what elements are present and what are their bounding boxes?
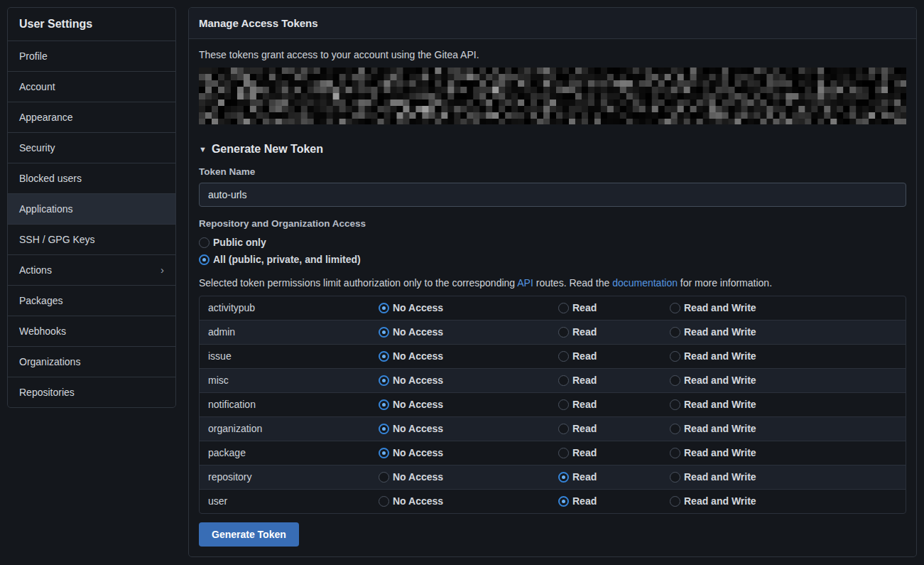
radio-unselected-icon xyxy=(558,327,569,338)
radio-unselected-icon xyxy=(558,351,569,362)
sidebar-item-organizations[interactable]: Organizations xyxy=(8,346,175,377)
scope-cell: No Access xyxy=(379,470,558,484)
radio-user-read-and-write[interactable]: Read and Write xyxy=(670,495,906,508)
sidebar-item-webhooks[interactable]: Webhooks xyxy=(8,316,175,346)
radio-label: Read and Write xyxy=(684,446,756,460)
radio-user-no-access[interactable]: No Access xyxy=(379,495,558,508)
radio-unselected-icon xyxy=(558,375,569,386)
sidebar-item-repositories[interactable]: Repositories xyxy=(8,377,175,407)
radio-label: No Access xyxy=(393,495,443,508)
radio-selected-icon xyxy=(379,375,389,386)
radio-label: Read xyxy=(572,398,597,411)
sidebar-item-packages[interactable]: Packages xyxy=(8,285,175,316)
sidebar-item-blocked-users[interactable]: Blocked users xyxy=(8,163,175,193)
panel-body: These tokens grant access to your accoun… xyxy=(189,48,916,556)
scope-name: repository xyxy=(200,470,379,484)
radio-selected-icon xyxy=(379,303,389,313)
radio-unselected-icon xyxy=(558,424,569,434)
radio-notification-read-and-write[interactable]: Read and Write xyxy=(670,398,906,411)
scope-cell: Read xyxy=(558,374,670,387)
sidebar-item-security[interactable]: Security xyxy=(8,132,175,163)
scope-cell: Read and Write xyxy=(670,350,906,363)
scope-row-activitypub: activitypubNo AccessReadRead and Write xyxy=(200,296,906,320)
user-settings-sidebar: User Settings ProfileAccountAppearanceSe… xyxy=(7,7,176,408)
sidebar-item-label: Profile xyxy=(19,50,48,63)
radio-unselected-icon xyxy=(670,472,680,483)
radio-public-only[interactable]: Public only xyxy=(199,234,906,251)
radio-selected-icon xyxy=(379,424,389,434)
radio-organization-read[interactable]: Read xyxy=(558,422,670,436)
radio-label: Read xyxy=(572,495,597,508)
scope-row-organization: organizationNo AccessReadRead and Write xyxy=(200,416,906,441)
scope-cell: No Access xyxy=(379,374,558,387)
scope-cell: Read xyxy=(558,422,670,436)
sidebar-item-account[interactable]: Account xyxy=(8,71,175,102)
radio-issue-read-and-write[interactable]: Read and Write xyxy=(670,350,906,363)
sidebar-item-applications[interactable]: Applications xyxy=(8,193,175,224)
radio-activitypub-read-and-write[interactable]: Read and Write xyxy=(670,301,906,315)
scope-row-issue: issueNo AccessReadRead and Write xyxy=(200,344,906,368)
radio-label: No Access xyxy=(393,301,443,315)
sidebar-item-profile[interactable]: Profile xyxy=(8,41,175,71)
scope-cell: Read and Write xyxy=(670,446,906,460)
sidebar-item-label: Applications xyxy=(19,203,73,215)
radio-activitypub-no-access[interactable]: No Access xyxy=(379,301,558,315)
radio-package-read[interactable]: Read xyxy=(558,446,670,460)
radio-misc-read-and-write[interactable]: Read and Write xyxy=(670,374,906,387)
redacted-token-block xyxy=(199,68,906,124)
scope-cell: Read and Write xyxy=(670,325,906,339)
radio-admin-read[interactable]: Read xyxy=(558,325,670,339)
radio-misc-no-access[interactable]: No Access xyxy=(379,374,558,387)
radio-label: Read and Write xyxy=(684,398,756,411)
scope-name: organization xyxy=(200,422,379,436)
sidebar-item-appearance[interactable]: Appearance xyxy=(8,102,175,132)
radio-user-read[interactable]: Read xyxy=(558,495,670,508)
radio-misc-read[interactable]: Read xyxy=(558,374,670,387)
sidebar-item-label: Packages xyxy=(19,294,62,307)
radio-unselected-icon xyxy=(670,496,680,507)
radio-label: Read and Write xyxy=(684,374,756,387)
scope-cell: No Access xyxy=(379,325,558,339)
radio-label: Read and Write xyxy=(684,495,756,508)
radio-issue-no-access[interactable]: No Access xyxy=(379,350,558,363)
radio-label: Read and Write xyxy=(684,350,756,363)
radio-organization-read-and-write[interactable]: Read and Write xyxy=(670,422,906,436)
radio-unselected-icon xyxy=(558,399,569,410)
generate-new-token-toggle[interactable]: ▼ Generate New Token xyxy=(199,143,906,156)
api-link[interactable]: API xyxy=(517,277,533,289)
radio-notification-read[interactable]: Read xyxy=(558,398,670,411)
sidebar-item-ssh-gpg-keys[interactable]: SSH / GPG Keys xyxy=(8,224,175,254)
sidebar-item-actions[interactable]: Actions› xyxy=(8,254,175,285)
radio-all-public-private-and-limited[interactable]: All (public, private, and limited) xyxy=(199,251,906,268)
tokens-intro-text: These tokens grant access to your accoun… xyxy=(199,48,906,62)
radio-selected-icon xyxy=(379,327,389,338)
radio-admin-read-and-write[interactable]: Read and Write xyxy=(670,325,906,339)
radio-selected-icon xyxy=(558,472,569,483)
token-name-input[interactable] xyxy=(199,183,906,207)
radio-notification-no-access[interactable]: No Access xyxy=(379,398,558,411)
radio-label: No Access xyxy=(393,325,443,339)
radio-admin-no-access[interactable]: No Access xyxy=(379,325,558,339)
scope-name: activitypub xyxy=(200,301,379,315)
radio-repository-no-access[interactable]: No Access xyxy=(379,470,558,484)
radio-repository-read-and-write[interactable]: Read and Write xyxy=(670,470,906,484)
scope-name: misc xyxy=(200,374,379,387)
generate-new-token-title: Generate New Token xyxy=(212,143,323,156)
generate-token-button[interactable]: Generate Token xyxy=(199,522,299,547)
documentation-link[interactable]: documentation xyxy=(612,277,678,289)
radio-unselected-icon xyxy=(670,424,680,434)
radio-issue-read[interactable]: Read xyxy=(558,350,670,363)
radio-activitypub-read[interactable]: Read xyxy=(558,301,670,315)
radio-label: Read xyxy=(572,422,597,436)
radio-organization-no-access[interactable]: No Access xyxy=(379,422,558,436)
radio-selected-icon xyxy=(558,496,569,507)
chevron-right-icon: › xyxy=(161,265,164,275)
page: User Settings ProfileAccountAppearanceSe… xyxy=(0,0,924,565)
radio-package-read-and-write[interactable]: Read and Write xyxy=(670,446,906,460)
scope-row-admin: adminNo AccessReadRead and Write xyxy=(200,320,906,344)
radio-label: No Access xyxy=(393,422,443,436)
radio-repository-read[interactable]: Read xyxy=(558,470,670,484)
scope-name: user xyxy=(200,495,379,508)
radio-label: Read xyxy=(572,446,597,460)
radio-package-no-access[interactable]: No Access xyxy=(379,446,558,460)
